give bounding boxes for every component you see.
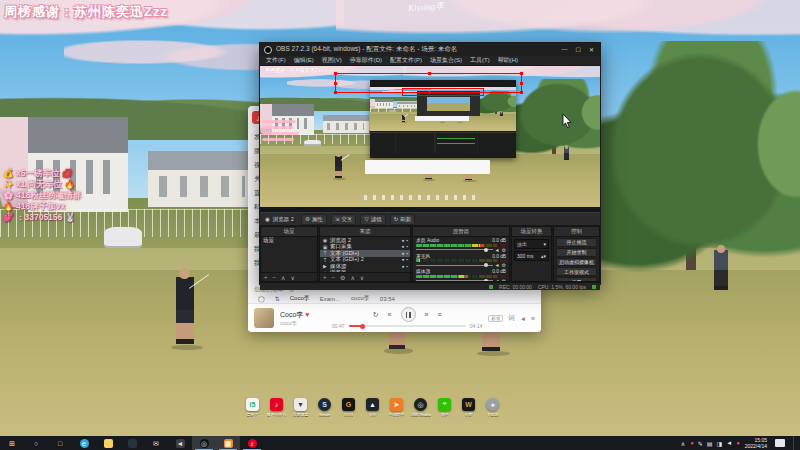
desktop-icon[interactable]: W 猎鹰	[462, 398, 475, 417]
next-track-icon[interactable]: »	[425, 311, 429, 318]
taskbar-button[interactable]: ⊞	[0, 436, 24, 450]
mixer-dock-title[interactable]: 混音器	[413, 227, 509, 237]
taskbar-button[interactable]: e	[72, 436, 96, 450]
volume-slider[interactable]	[416, 265, 493, 266]
scenes-dock-title[interactable]: 场景	[261, 227, 317, 237]
sort-icon[interactable]: ⇅	[275, 295, 280, 302]
lock-icon[interactable]: ▪	[406, 251, 408, 256]
obs-menu-item[interactable]: 场景集合(S)	[430, 56, 462, 65]
sources-footer-button[interactable]: ⚙	[340, 274, 345, 281]
obs-menu-item[interactable]: 停靠部件(D)	[350, 56, 382, 65]
taskbar-button[interactable]: ✉	[144, 436, 168, 450]
channel-gear-icon[interactable]: ⚙	[502, 262, 506, 268]
tray-icon[interactable]: ◨	[717, 440, 723, 447]
transition-duration[interactable]: 300 ms ▴▾	[514, 251, 549, 261]
volume-slider[interactable]	[416, 280, 493, 281]
desktop-icon[interactable]: ▼ 百度网盘	[294, 398, 307, 417]
desktop-icon[interactable]: ◎ OBS Studio	[414, 398, 427, 417]
obs-menu-item[interactable]: 文件(F)	[266, 56, 286, 65]
transition-select[interactable]: 淡出 ▾	[514, 239, 549, 249]
obs-menu-item[interactable]: 帮助(H)	[498, 56, 518, 65]
tray-icon[interactable]: ●	[690, 440, 694, 447]
source-toolbar-button[interactable]: ▽ 滤镜	[360, 214, 385, 225]
action-center-icon[interactable]	[775, 439, 785, 447]
queue-row[interactable]: ◯ ⇅ Coco李 Exam… coco李 03:54	[248, 294, 541, 303]
tray-expand-caret-icon[interactable]: ∧	[681, 440, 685, 447]
desktop-icon[interactable]: ▲ 剪映	[366, 398, 379, 417]
desktop-icon[interactable]: ➤ 手游助手	[390, 398, 403, 417]
desktop-icon[interactable]: S Steam	[318, 398, 331, 417]
desktop-icon[interactable]: ♪ 网易云音乐	[270, 398, 283, 417]
taskbar-clock[interactable]: 15:05 2022/4/14	[745, 437, 767, 449]
lock-icon[interactable]: ▪	[406, 257, 408, 262]
desktop-icon[interactable]: G GOG	[342, 398, 355, 417]
obs-menu-item[interactable]: 编辑(E)	[294, 56, 314, 65]
desktop-icon[interactable]: ❝ 微信	[438, 398, 451, 417]
lock-icon[interactable]: ▪	[406, 238, 408, 243]
speaker-icon[interactable]: ◄	[495, 247, 500, 253]
progress-bar[interactable]	[349, 325, 466, 327]
visibility-eye-icon[interactable]: ●	[402, 251, 405, 256]
tray-icon[interactable]: ▤	[707, 440, 713, 447]
taskbar-button[interactable]: ◄	[168, 436, 192, 450]
obs-menu-item[interactable]: 工具(T)	[470, 56, 490, 65]
taskbar-button[interactable]	[96, 436, 120, 450]
taskbar-button[interactable]: ♪	[240, 436, 264, 450]
speaker-icon[interactable]: ◄	[495, 262, 500, 268]
scenes-footer-button[interactable]: ∧	[281, 274, 285, 281]
obs-menu-item[interactable]: 配置文件(P)	[390, 56, 422, 65]
sources-footer-button[interactable]: −	[332, 274, 336, 280]
obs-control-button[interactable]: 停止推流	[556, 238, 597, 247]
sources-footer-button[interactable]: ∧	[350, 274, 354, 281]
tray-icon[interactable]: ◄	[726, 440, 732, 447]
queue-icon[interactable]: ≡	[531, 315, 535, 322]
obs-control-button[interactable]: 启动虚拟摄像机	[556, 258, 597, 267]
lock-icon[interactable]: ▪	[406, 264, 408, 269]
scenes-footer-button[interactable]: ∨	[290, 274, 294, 281]
pause-button[interactable]	[401, 307, 416, 322]
quality-badge[interactable]: 标准	[488, 315, 503, 322]
tray-icon[interactable]: ●	[736, 440, 740, 447]
taskbar-button[interactable]: ◎	[192, 436, 216, 450]
tray-icon[interactable]: ✎	[698, 440, 703, 447]
transitions-dock-title[interactable]: 场景转换	[512, 227, 551, 237]
volume-slider[interactable]	[416, 249, 493, 250]
obs-control-button[interactable]: 设置	[556, 277, 597, 281]
obs-menu-item[interactable]: 视图(V)	[322, 56, 342, 65]
source-selection-box[interactable]	[335, 73, 522, 93]
obs-titlebar[interactable]: OBS 27.2.3 (64-bit, windows) - 配置文件: 未命名…	[260, 43, 600, 56]
album-art[interactable]	[254, 308, 274, 328]
taskbar-button[interactable]: ▦	[216, 436, 240, 450]
obs-control-button[interactable]: 工作室模式	[556, 267, 597, 276]
obs-control-button[interactable]: 开始录制	[556, 248, 597, 257]
lock-icon[interactable]: ▪	[406, 270, 408, 272]
close-button[interactable]: ✕	[589, 46, 594, 53]
visibility-eye-icon[interactable]: ●	[402, 264, 405, 269]
heart-icon[interactable]: ♥	[305, 311, 309, 318]
lock-icon[interactable]: ▪	[406, 244, 408, 249]
channel-gear-icon[interactable]: ⚙	[502, 247, 506, 253]
obs-preview[interactable]: 周榜感谢：苏州陈奕迅Zzz	[260, 66, 600, 212]
sources-dock-title[interactable]: 来源	[320, 227, 410, 237]
obs-window[interactable]: OBS 27.2.3 (64-bit, windows) - 配置文件: 未命名…	[259, 42, 601, 285]
controls-dock-title[interactable]: 控制	[554, 227, 599, 237]
source-toolbar-button[interactable]: ⚙ 属性	[301, 214, 327, 225]
lyrics-icon[interactable]: 词	[508, 314, 515, 323]
sources-footer-button[interactable]: +	[323, 274, 327, 280]
scenes-footer-button[interactable]: +	[264, 274, 268, 280]
visibility-eye-icon[interactable]: ●	[402, 244, 405, 249]
visibility-eye-icon[interactable]: ●	[402, 270, 405, 272]
scenes-footer-button[interactable]: −	[273, 274, 277, 280]
maximize-button[interactable]: ☐	[576, 46, 581, 53]
previous-track-icon[interactable]: «	[388, 311, 392, 318]
taskbar-button[interactable]: □	[48, 436, 72, 450]
minimize-button[interactable]: —	[562, 46, 568, 53]
visibility-eye-icon[interactable]: ●	[402, 257, 405, 262]
playlist-icon[interactable]: ≡	[437, 311, 441, 318]
sources-footer-button[interactable]: ∨	[360, 274, 364, 281]
show-desktop-button[interactable]	[793, 436, 797, 450]
speaker-icon[interactable]: ◄	[495, 278, 500, 282]
scene-list-item[interactable]: 场景	[261, 237, 317, 244]
taskbar-button[interactable]: ○	[24, 436, 48, 450]
source-toolbar-button[interactable]: ⇲ 交互	[331, 214, 357, 225]
